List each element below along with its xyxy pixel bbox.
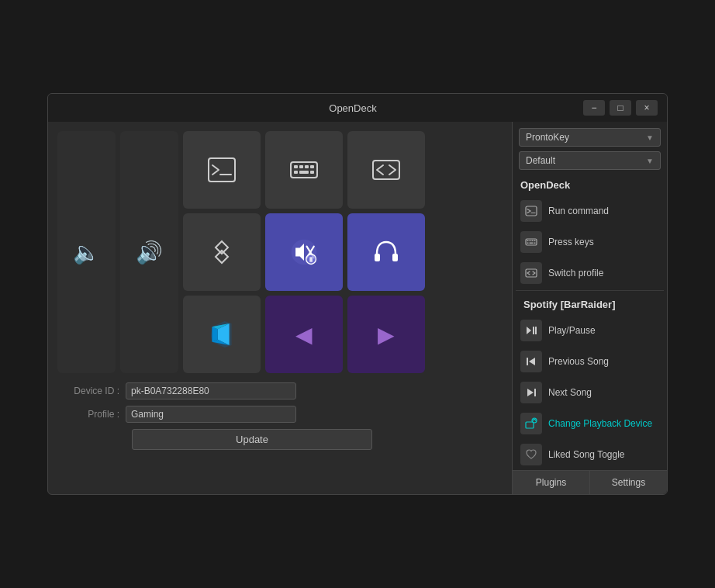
window-title: OpenDeck — [123, 102, 583, 114]
arrow-left-icon: ◀ — [295, 322, 313, 348]
volume-down-button[interactable]: 🔈 — [57, 131, 116, 373]
svg-marker-41 — [529, 358, 535, 365]
svg-rect-39 — [533, 327, 534, 334]
svg-rect-45 — [526, 422, 534, 428]
update-button[interactable]: Update — [132, 429, 372, 450]
svg-rect-31 — [530, 240, 531, 242]
mute-touch-icon — [288, 237, 320, 268]
device-id-input[interactable] — [126, 382, 296, 399]
previous-song-item-label: Previous Song — [548, 356, 659, 367]
next-song-item-label: Next Song — [548, 387, 659, 398]
run-command-item[interactable]: Run command — [516, 195, 664, 227]
section-divider — [516, 290, 664, 291]
svg-rect-7 — [294, 171, 298, 174]
profile-dropdown-label: ProntoKey — [526, 132, 569, 143]
change-playback-item-icon — [520, 413, 542, 434]
liked-song-item-label: Liked Song Toggle — [548, 449, 659, 460]
profile-dropdown[interactable]: ProntoKey ▼ — [519, 128, 661, 147]
volume-up-button[interactable]: 🔊 — [120, 131, 178, 373]
arrow-right-button[interactable]: ▶ — [347, 296, 425, 373]
button-grid: 🔈 🔊 — [57, 131, 503, 373]
svg-rect-29 — [526, 239, 537, 245]
settings-button[interactable]: Settings — [589, 471, 667, 494]
svg-rect-9 — [310, 171, 314, 174]
arrow-right-icon: ▶ — [378, 322, 395, 348]
change-playback-item-label: Change Playback Device — [548, 418, 659, 429]
default-dropdown[interactable]: Default ▼ — [519, 151, 661, 170]
run-command-button[interactable] — [183, 131, 261, 209]
headphone-icon — [371, 237, 402, 268]
bottom-buttons: Plugins Settings — [513, 470, 667, 494]
window-controls: − □ × — [583, 100, 658, 116]
liked-song-item[interactable]: Liked Song Toggle — [516, 439, 664, 470]
dropdown-area: ProntoKey ▼ Default ▼ — [513, 128, 667, 170]
switch-profile-item-icon — [520, 262, 542, 284]
svg-rect-0 — [209, 158, 235, 182]
arrow-left-button[interactable]: ◀ — [265, 296, 343, 373]
close-button[interactable]: × — [636, 100, 658, 116]
svg-rect-36 — [534, 243, 536, 244]
svg-rect-44 — [534, 389, 536, 396]
main-window: OpenDeck − □ × 🔈 🔊 — [47, 93, 668, 495]
mute-button[interactable] — [265, 213, 343, 291]
diamond-arrows-icon — [206, 237, 237, 268]
svg-marker-11 — [216, 241, 228, 254]
right-panel: ProntoKey ▼ Default ▼ OpenDeck — [512, 122, 667, 494]
press-keys-button[interactable] — [265, 131, 343, 209]
default-dropdown-arrow: ▼ — [646, 157, 654, 165]
svg-marker-12 — [216, 251, 228, 263]
svg-rect-40 — [535, 327, 537, 334]
left-panel: 🔈 🔊 — [48, 122, 512, 494]
svg-marker-25 — [212, 327, 217, 341]
volume-high-icon: 🔊 — [136, 240, 163, 265]
svg-marker-43 — [527, 389, 534, 396]
minimize-button[interactable]: − — [583, 100, 605, 116]
maximize-button[interactable]: □ — [610, 100, 631, 116]
svg-rect-8 — [299, 171, 309, 174]
svg-rect-20 — [392, 254, 398, 261]
run-command-item-label: Run command — [548, 206, 659, 216]
plugins-button[interactable]: Plugins — [513, 471, 589, 494]
svg-rect-34 — [527, 243, 529, 244]
headphone-button[interactable] — [347, 213, 425, 291]
change-playback-item[interactable]: Change Playback Device — [516, 408, 664, 439]
profile-input[interactable] — [126, 406, 296, 423]
profile-dropdown-arrow: ▼ — [646, 133, 654, 142]
vscode-button[interactable] — [183, 296, 261, 373]
plugin-list: Run command — [513, 195, 667, 470]
svg-rect-3 — [294, 165, 298, 168]
opendeck-section-title: OpenDeck — [513, 176, 667, 195]
run-command-item-icon — [520, 200, 542, 222]
volume-low-icon: 🔈 — [73, 240, 100, 265]
play-pause-item-icon — [520, 320, 542, 341]
svg-rect-19 — [375, 254, 380, 261]
next-song-item-icon — [520, 382, 542, 403]
liked-song-item-icon — [520, 444, 542, 465]
svg-rect-2 — [291, 162, 317, 178]
device-id-label: Device ID : — [57, 386, 119, 396]
keyboard-icon — [288, 154, 320, 185]
animation-button[interactable] — [183, 213, 261, 291]
switch-profile-item[interactable]: Switch profile — [516, 258, 664, 289]
svg-rect-33 — [534, 240, 536, 242]
switch-profile-button[interactable] — [347, 131, 425, 209]
press-keys-item-icon — [520, 231, 542, 253]
play-pause-item[interactable]: Play/Pause — [516, 315, 664, 346]
previous-song-item[interactable]: Previous Song — [516, 346, 664, 377]
press-keys-item-label: Press keys — [548, 237, 659, 247]
play-pause-item-label: Play/Pause — [548, 325, 659, 336]
previous-song-item-icon — [520, 351, 542, 372]
titlebar: OpenDeck − □ × — [48, 94, 667, 122]
next-song-item[interactable]: Next Song — [516, 377, 664, 408]
terminal-icon — [206, 154, 237, 185]
svg-rect-4 — [299, 165, 303, 168]
svg-rect-42 — [527, 358, 528, 365]
svg-rect-30 — [527, 240, 529, 242]
vscode-icon — [206, 319, 237, 350]
profile-label: Profile : — [57, 409, 119, 420]
profile-row: Profile : — [57, 406, 503, 423]
default-dropdown-label: Default — [526, 155, 555, 166]
svg-marker-18 — [309, 257, 313, 261]
svg-marker-38 — [527, 327, 531, 334]
press-keys-item[interactable]: Press keys — [516, 227, 664, 258]
